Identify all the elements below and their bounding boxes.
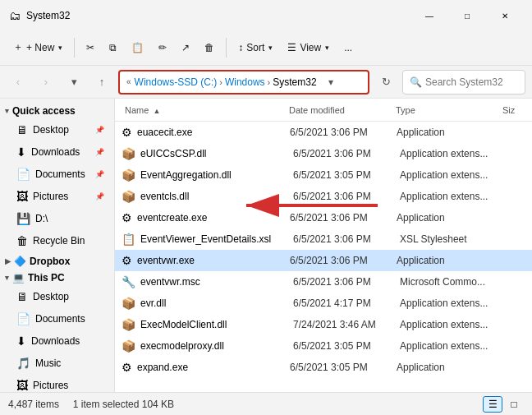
- documents-icon: 📄: [16, 312, 30, 325]
- sidebar-item-label: Pictures: [33, 191, 90, 202]
- table-row[interactable]: 📦 ExecModelClient.dll 7/24/2021 3:46 AM …: [115, 314, 532, 335]
- share-button[interactable]: ↗: [175, 35, 196, 61]
- pin-icon: 📌: [95, 126, 104, 134]
- table-row[interactable]: ⚙ eventvwr.exe 6/5/2021 3:06 PM Applicat…: [115, 250, 532, 271]
- breadcrumb-windows[interactable]: Windows: [225, 76, 265, 88]
- sidebar-item-desktop-pc[interactable]: 🖥 Desktop: [8, 286, 111, 307]
- table-row[interactable]: 📋 EventViewer_EventDetails.xsl 6/5/2021 …: [115, 228, 532, 250]
- table-row[interactable]: 📦 eUICCsCSP.dll 6/5/2021 3:06 PM Applica…: [115, 143, 532, 164]
- sort-label: Sort: [246, 42, 264, 53]
- breadcrumb-system32[interactable]: System32: [273, 76, 316, 88]
- sidebar-item-recycle[interactable]: 🗑 Recycle Bin: [8, 230, 111, 251]
- col-name[interactable]: Name ▲: [122, 102, 286, 118]
- sidebar-item-pictures-pc[interactable]: 🖼 Pictures: [8, 375, 111, 392]
- address-dropdown-button[interactable]: ▾: [320, 71, 342, 93]
- copy-icon: ⧉: [109, 42, 117, 53]
- file-icon: 📦: [122, 190, 135, 203]
- new-label: + New: [26, 42, 54, 53]
- new-icon: ＋: [13, 40, 23, 54]
- col-date[interactable]: Date modified: [286, 102, 392, 118]
- sort-button[interactable]: ↕ Sort ▾: [232, 35, 279, 61]
- copy-button[interactable]: ⧉: [103, 35, 123, 61]
- sidebar-item-label: Desktop: [33, 291, 104, 302]
- file-area: Name ▲ Date modified Type Siz ⚙ euacecit…: [115, 99, 532, 392]
- back-button[interactable]: ‹: [7, 71, 30, 94]
- sidebar-item-downloads-pc[interactable]: ⬇ Downloads: [8, 330, 111, 352]
- sidebar-item-downloads-qa[interactable]: ⬇ Downloads 📌: [8, 141, 111, 163]
- title-bar: 🗂 System32 — □ ✕: [0, 0, 532, 30]
- file-date: 6/5/2021 3:06 PM: [290, 212, 397, 224]
- file-type: Application extens...: [400, 340, 507, 352]
- table-row[interactable]: 📦 evr.dll 6/5/2021 4:17 PM Application e…: [115, 293, 532, 314]
- table-row[interactable]: 🔧 eventvwr.msc 6/5/2021 3:06 PM Microsof…: [115, 271, 532, 293]
- this-pc-header[interactable]: ▾ 💻 This PC: [0, 269, 114, 285]
- col-type[interactable]: Type: [392, 102, 499, 118]
- col-size[interactable]: Siz: [499, 102, 532, 118]
- maximize-button[interactable]: □: [448, 3, 486, 28]
- table-row[interactable]: 📦 EventAggregation.dll 6/5/2021 3:05 PM …: [115, 164, 532, 186]
- cut-button[interactable]: ✂: [80, 35, 101, 61]
- new-button[interactable]: ＋ + New ▾: [7, 35, 69, 61]
- file-icon: 📦: [122, 147, 135, 160]
- up-button[interactable]: ↑: [90, 71, 113, 94]
- file-date: 6/5/2021 3:05 PM: [293, 169, 400, 181]
- search-input[interactable]: [425, 76, 518, 88]
- breadcrumb-drive[interactable]: Windows-SSD (C:): [135, 76, 218, 88]
- file-name: eventcreate.exe: [137, 212, 290, 224]
- sidebar-item-label: Desktop: [33, 124, 90, 136]
- file-date: 6/5/2021 3:06 PM: [293, 276, 400, 288]
- close-button[interactable]: ✕: [486, 3, 524, 28]
- view-button[interactable]: ☰ View ▾: [281, 35, 336, 61]
- more-button[interactable]: ...: [337, 35, 359, 61]
- recent-button[interactable]: ▾: [62, 71, 85, 94]
- table-row[interactable]: 📦 execmodelproxy.dll 6/5/2021 3:05 PM Ap…: [115, 335, 532, 357]
- table-row[interactable]: ⚙ expand.exe 6/5/2021 3:05 PM Applicatio…: [115, 357, 532, 378]
- file-type: Application extens...: [400, 191, 507, 202]
- sidebar-item-label: Downloads: [31, 335, 104, 347]
- refresh-button[interactable]: ↻: [374, 71, 397, 94]
- minimize-button[interactable]: —: [410, 3, 448, 28]
- forward-button[interactable]: ›: [34, 71, 57, 94]
- quick-access-arrow-icon: ▾: [5, 107, 9, 115]
- file-icon: ⚙: [122, 126, 132, 139]
- table-row[interactable]: ⚙ eventcreate.exe 6/5/2021 3:06 PM Appli…: [115, 207, 532, 228]
- quick-access-header[interactable]: ▾ Quick access: [0, 102, 114, 118]
- pc-icon: 💻: [12, 272, 25, 284]
- view-toggles: ☰ □: [483, 396, 524, 413]
- sidebar-item-music-pc[interactable]: 🎵 Music: [8, 353, 111, 374]
- table-row[interactable]: ⚙ euacecit.exe 6/5/2021 3:06 PM Applicat…: [115, 122, 532, 143]
- new-chevron-icon: ▾: [58, 44, 62, 52]
- sidebar-item-d-drive[interactable]: 💾 D:\: [8, 208, 111, 229]
- file-type: Application extens...: [400, 148, 507, 159]
- col-type-label: Type: [396, 105, 415, 115]
- table-row[interactable]: 📦 eventcls.dll 6/5/2021 3:06 PM Applicat…: [115, 186, 532, 207]
- file-name: EventViewer_EventDetails.xsl: [140, 233, 293, 245]
- search-box[interactable]: 🔍: [402, 70, 525, 95]
- col-size-label: Siz: [502, 105, 515, 115]
- file-type: Application extens...: [400, 169, 507, 181]
- cut-icon: ✂: [86, 42, 94, 53]
- toolbar: ＋ + New ▾ ✂ ⧉ 📋 ✏ ↗ 🗑 ↕ Sort ▾ ☰ View ▾ …: [0, 30, 532, 66]
- file-name: ExecModelClient.dll: [140, 319, 293, 330]
- file-list: ⚙ euacecit.exe 6/5/2021 3:06 PM Applicat…: [115, 122, 532, 392]
- list-view-button[interactable]: ☰: [483, 396, 502, 413]
- delete-button[interactable]: 🗑: [198, 35, 221, 61]
- quick-access-items: 🖥 Desktop 📌 ⬇ Downloads 📌 📄 Documents 📌 …: [0, 119, 114, 251]
- dropbox-header[interactable]: ▶ 🔷 Dropbox: [0, 252, 114, 269]
- sidebar-item-documents-qa[interactable]: 📄 Documents 📌: [8, 164, 111, 185]
- sidebar-item-label: D:\: [35, 213, 104, 224]
- rename-icon: ✏: [158, 42, 167, 53]
- sidebar-item-pictures-qa[interactable]: 🖼 Pictures 📌: [8, 186, 111, 207]
- sidebar-item-documents-pc[interactable]: 📄 Documents: [8, 308, 111, 330]
- details-view-button[interactable]: □: [504, 396, 524, 413]
- dropbox-arrow-icon: ▶: [5, 257, 11, 265]
- file-name: EventAggregation.dll: [140, 169, 293, 181]
- rename-button[interactable]: ✏: [152, 35, 173, 61]
- address-box[interactable]: « Windows-SSD (C:) › Windows › System32 …: [118, 70, 369, 95]
- sidebar-item-desktop[interactable]: 🖥 Desktop 📌: [8, 119, 111, 141]
- status-bar: 4,487 items 1 item selected 104 KB ☰ □: [0, 392, 532, 415]
- file-date: 6/5/2021 3:06 PM: [290, 255, 397, 266]
- file-type: Application: [397, 255, 503, 266]
- paste-button[interactable]: 📋: [125, 35, 150, 61]
- file-type: XSL Stylesheet: [400, 233, 507, 245]
